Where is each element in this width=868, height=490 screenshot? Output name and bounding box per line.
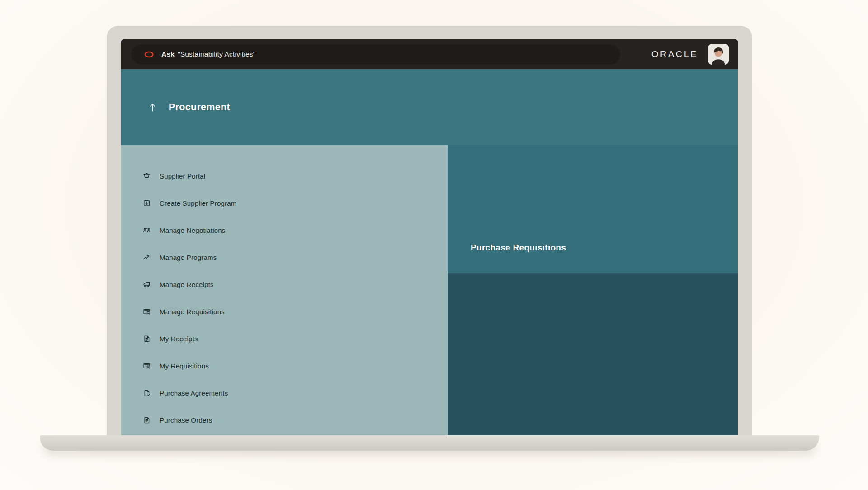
content-area: Supplier PortalCreate Supplier ProgramMa…: [121, 145, 738, 435]
menu-item-label: Supplier Portal: [160, 172, 205, 180]
laptop-mockup: Ask "Sustainability Activities" ORACLE: [107, 26, 752, 435]
menu-item-label: My Receipts: [160, 335, 198, 343]
top-bar: Ask "Sustainability Activities" ORACLE: [121, 39, 738, 69]
people-icon: [143, 226, 151, 234]
receipt-document-icon: [143, 416, 151, 424]
task-menu: Supplier PortalCreate Supplier ProgramMa…: [121, 145, 448, 435]
menu-item-label: Create Supplier Program: [160, 199, 237, 207]
menu-item-create-supplier-program[interactable]: Create Supplier Program: [121, 189, 448, 217]
document-check-icon: [143, 389, 151, 397]
menu-item-supplier-portal[interactable]: Supplier Portal: [121, 162, 448, 189]
ask-search-bar[interactable]: Ask "Sustainability Activities": [131, 44, 620, 65]
menu-item-purchase-orders[interactable]: Purchase Orders: [121, 406, 448, 433]
menu-item-label: My Requisitions: [160, 362, 209, 370]
menu-item-label: Manage Receipts: [160, 281, 214, 288]
menu-item-manage-programs[interactable]: Manage Programs: [121, 244, 448, 271]
screen: Ask "Sustainability Activities" ORACLE: [121, 39, 738, 435]
menu-item-label: Manage Programs: [160, 254, 217, 261]
page-background: Ask "Sustainability Activities" ORACLE: [0, 0, 868, 490]
oracle-logo: ORACLE: [651, 50, 698, 59]
page-title: Procurement: [169, 102, 230, 113]
ask-label: Ask: [161, 50, 175, 58]
menu-item-my-receipts[interactable]: My Receipts: [121, 325, 448, 352]
menu-item-manage-requisitions[interactable]: Manage Requisitions: [121, 298, 448, 325]
receipt-document-icon: [143, 335, 151, 343]
secondary-panel: [448, 273, 738, 435]
truck-icon: [143, 281, 151, 288]
navigate-up-icon[interactable]: [149, 103, 156, 112]
menu-item-my-requisitions[interactable]: My Requisitions: [121, 352, 448, 379]
add-square-icon: [143, 199, 151, 207]
laptop-base: [40, 435, 819, 451]
cart-icon: [143, 172, 151, 180]
oracle-mark-icon: [144, 51, 154, 58]
window-search-icon: [143, 362, 151, 370]
user-portrait-image: [708, 44, 729, 65]
trend-up-icon: [143, 254, 151, 261]
menu-item-label: Purchase Orders: [160, 416, 212, 424]
right-column: Purchase Requisitions: [448, 145, 738, 435]
menu-item-purchase-agreements[interactable]: Purchase Agreements: [121, 379, 448, 406]
menu-item-label: Purchase Agreements: [160, 389, 228, 397]
hero-header: Procurement: [121, 69, 738, 145]
window-search-icon: [143, 308, 151, 316]
tile-label: Purchase Requisitions: [471, 243, 566, 253]
purchase-requisitions-tile[interactable]: Purchase Requisitions: [448, 145, 738, 273]
menu-item-manage-receipts[interactable]: Manage Receipts: [121, 271, 448, 298]
menu-item-label: Manage Requisitions: [160, 308, 225, 316]
menu-item-label: Manage Negotiations: [160, 226, 226, 234]
search-query-text: "Sustainability Activities": [178, 50, 255, 58]
menu-item-manage-negotiations[interactable]: Manage Negotiations: [121, 217, 448, 244]
user-avatar[interactable]: [708, 44, 729, 65]
